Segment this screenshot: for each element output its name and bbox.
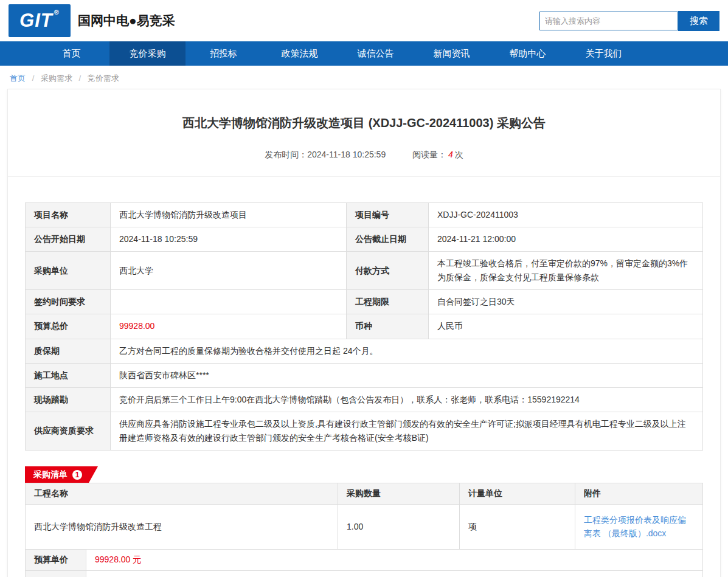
column-header: 附件 xyxy=(575,483,703,505)
column-header: 计量单位 xyxy=(460,483,575,505)
budget-unit-price: 99928.00 元 xyxy=(86,549,703,570)
table-row: 预算总价 99928.00 币种 人民币 xyxy=(26,314,703,339)
table-row: 工程内容 技术规格及服务： 1.消火栓及自动喷淋系统: 安装液位计、安装水流标识… xyxy=(26,570,703,577)
logo[interactable]: GIT® xyxy=(9,4,71,37)
breadcrumb-bidding-demand: 竞价需求 xyxy=(88,74,119,83)
purchase-list-count-badge: 1 xyxy=(72,470,82,480)
quantity-cell: 1.00 xyxy=(338,505,460,550)
purchase-list-table: 工程名称 采购数量 计量单位 附件 西北大学博物馆消防升级改造工程 1.00 项… xyxy=(25,483,703,550)
field-label: 预算总价 xyxy=(26,314,111,339)
project-detail-table: 预算单价 99928.00 元 工程内容 技术规格及服务： 1.消火栓及自动喷淋… xyxy=(25,549,703,577)
purchase-list-section-header: 采购清单 1 xyxy=(25,466,703,483)
field-label: 项目编号 xyxy=(347,203,429,227)
project-name-cell: 西北大学博物馆消防升级改造工程 xyxy=(26,505,338,550)
nav-item-bidding-purchase[interactable]: 竞价采购 xyxy=(109,41,185,66)
field-value: XDJJ-GC-202411003 xyxy=(429,203,703,227)
breadcrumb: 首页 / 采购需求 / 竞价需求 xyxy=(10,73,718,84)
attachment-cell: 工程类分项报价表及响应偏离表 （最终版）.docx xyxy=(575,505,703,550)
field-value: 竞价开启后第三个工作日上午9:00在西北大学博物馆踏勘（包含公告发布日），联系人… xyxy=(111,387,703,412)
table-row: 西北大学博物馆消防升级改造工程 1.00 项 工程类分项报价表及响应偏离表 （最… xyxy=(26,505,703,550)
project-info-table: 项目名称 西北大学博物馆消防升级改造项目 项目编号 XDJJ-GC-202411… xyxy=(25,202,703,451)
table-row: 采购单位 西北大学 付款方式 本工程竣工验收合格后，付至审定价款的97%，留审定… xyxy=(26,252,703,290)
views-label: 阅读量： xyxy=(412,150,446,159)
nav-item-policy[interactable]: 政策法规 xyxy=(262,41,338,66)
publish-time: 2024-11-18 10:25:59 xyxy=(307,150,386,159)
purchase-list-tag-label: 采购清单 xyxy=(33,469,68,480)
site-title: 国网中电●易竞采 xyxy=(78,12,175,29)
announcement-card: 西北大学博物馆消防升级改造项目 (XDJJ-GC-202411003) 采购公告… xyxy=(7,89,721,577)
table-row: 项目名称 西北大学博物馆消防升级改造项目 项目编号 XDJJ-GC-202411… xyxy=(26,203,703,227)
field-label: 币种 xyxy=(347,314,429,339)
nav-item-home[interactable]: 首页 xyxy=(33,41,109,66)
search-input[interactable] xyxy=(539,12,678,30)
field-label: 签约时间要求 xyxy=(26,290,111,314)
table-row: 施工地点 陕西省西安市碑林区**** xyxy=(26,363,703,387)
field-value: 本工程竣工验收合格后，付至审定价款的97%，留审定金额的3%作为质保金，质保金支… xyxy=(429,252,703,290)
field-value: 西北大学 xyxy=(111,252,347,290)
breadcrumb-separator: / xyxy=(79,74,81,83)
field-label: 工程期限 xyxy=(347,290,429,314)
nav-item-help-center[interactable]: 帮助中心 xyxy=(490,41,566,66)
field-label: 项目名称 xyxy=(26,203,111,227)
field-label: 公告开始日期 xyxy=(26,227,111,252)
field-value: 2024-11-18 10:25:59 xyxy=(111,227,347,252)
attachment-link[interactable]: 工程类分项报价表及响应偏离表 （最终版）.docx xyxy=(584,515,686,538)
breadcrumb-purchase-demand[interactable]: 采购需求 xyxy=(41,74,72,83)
field-value: 乙方对合同工程的质量保修期为验收合格并交付使用之日起 24个月。 xyxy=(111,339,703,363)
column-header: 采购数量 xyxy=(338,483,460,505)
column-header: 工程名称 xyxy=(26,483,338,505)
main-nav: 首页 竞价采购 招投标 政策法规 诚信公告 新闻资讯 帮助中心 关于我们 xyxy=(0,41,728,66)
purchase-list-tag: 采购清单 1 xyxy=(25,466,98,483)
field-value: 陕西省西安市碑林区**** xyxy=(111,363,703,387)
work-content-text: 技术规格及服务： 1.消火栓及自动喷淋系统: 安装液位计、安装水流标识、安装管道… xyxy=(86,570,703,577)
nav-item-tender[interactable]: 招投标 xyxy=(185,41,262,66)
publish-time-label: 发布时间： xyxy=(265,150,307,159)
nav-item-integrity-notice[interactable]: 诚信公告 xyxy=(338,41,414,66)
article-meta: 发布时间：2024-11-18 10:25:59 阅读量：4次 xyxy=(8,150,720,161)
table-row: 现场踏勘 竞价开启后第三个工作日上午9:00在西北大学博物馆踏勘（包含公告发布日… xyxy=(26,387,703,412)
search-bar: 搜索 xyxy=(539,11,719,31)
field-label: 施工地点 xyxy=(26,363,111,387)
table-row: 公告开始日期 2024-11-18 10:25:59 公告截止日期 2024-1… xyxy=(26,227,703,252)
search-button[interactable]: 搜索 xyxy=(678,11,719,31)
field-label: 供应商资质要求 xyxy=(26,412,111,450)
unit-cell: 项 xyxy=(460,505,575,550)
table-row: 供应商资质要求 供应商应具备消防设施工程专业承包二级及以上资质,具有建设行政主管… xyxy=(26,412,703,450)
breadcrumb-home[interactable]: 首页 xyxy=(10,74,26,83)
views-unit: 次 xyxy=(455,150,463,159)
views-count: 4 xyxy=(448,150,453,159)
budget-total-value: 99928.00 xyxy=(111,314,347,339)
divider xyxy=(8,176,720,177)
field-value: 西北大学博物馆消防升级改造项目 xyxy=(111,203,347,227)
table-row: 预算单价 99928.00 元 xyxy=(26,549,703,570)
field-label: 预算单价 xyxy=(26,549,86,570)
nav-item-news[interactable]: 新闻资讯 xyxy=(414,41,490,66)
table-row: 签约时间要求 工程期限 自合同签订之日30天 xyxy=(26,290,703,314)
top-header: GIT® 国网中电●易竞采 搜索 xyxy=(0,0,728,41)
field-label: 付款方式 xyxy=(347,252,429,290)
breadcrumb-separator: / xyxy=(32,74,35,83)
field-label: 质保期 xyxy=(26,339,111,363)
field-value: 人民币 xyxy=(429,314,703,339)
field-value: 供应商应具备消防设施工程专业承包二级及以上资质,具有建设行政主管部门颁发的有效的… xyxy=(111,412,703,450)
logo-text: GIT xyxy=(19,10,53,32)
table-header-row: 工程名称 采购数量 计量单位 附件 xyxy=(26,483,703,505)
field-value: 2024-11-21 12:00:00 xyxy=(429,227,703,252)
field-label: 现场踏勘 xyxy=(26,387,111,412)
field-label: 公告截止日期 xyxy=(347,227,429,252)
field-value xyxy=(111,290,347,314)
field-label: 工程内容 xyxy=(26,570,86,577)
field-label: 采购单位 xyxy=(26,252,111,290)
registered-mark-icon: ® xyxy=(54,9,60,16)
field-value: 自合同签订之日30天 xyxy=(429,290,703,314)
page-title: 西北大学博物馆消防升级改造项目 (XDJJ-GC-202411003) 采购公告 xyxy=(26,115,702,131)
nav-item-about-us[interactable]: 关于我们 xyxy=(566,41,642,66)
table-row: 质保期 乙方对合同工程的质量保修期为验收合格并交付使用之日起 24个月。 xyxy=(26,339,703,363)
